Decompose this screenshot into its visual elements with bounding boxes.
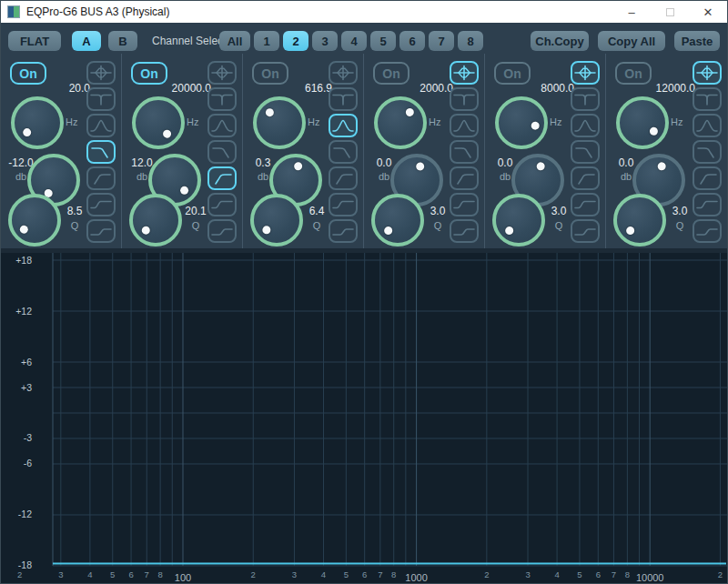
channel-all-button[interactable]: All xyxy=(219,31,250,51)
band-2-freq-knob[interactable] xyxy=(132,96,185,149)
band-5-filter-high-pass-button[interactable] xyxy=(571,166,600,190)
high-shelf-icon xyxy=(90,223,112,239)
maximize-button[interactable] xyxy=(651,1,689,23)
band-2-filter-high-pass-button[interactable] xyxy=(207,166,237,190)
channel-6-button[interactable]: 6 xyxy=(399,31,425,51)
low-shelf-icon xyxy=(90,196,112,213)
close-button[interactable]: ✕ xyxy=(689,1,727,23)
band-3-filter-band-pass-button[interactable] xyxy=(329,114,358,137)
band-5-q-knob[interactable] xyxy=(492,194,545,247)
band-1-filter-low-shelf-button[interactable] xyxy=(86,193,116,216)
band-4-filter-band-pass-button[interactable] xyxy=(450,114,479,137)
band-2-filter-notch-button[interactable] xyxy=(207,87,237,111)
band-4-filter-high-shelf-button[interactable] xyxy=(450,219,479,243)
band-2-q-knob[interactable] xyxy=(129,194,182,247)
toolbar: FLAT A B Channel Select: All12345678 Ch.… xyxy=(1,23,727,54)
band-2-filter-low-pass-button[interactable] xyxy=(207,140,237,164)
knob-indicator-dot xyxy=(179,185,191,196)
band-5-filter-low-pass-button[interactable] xyxy=(571,140,600,164)
band-4-freq-knob[interactable] xyxy=(374,96,427,149)
band-1-filter-bell-button[interactable] xyxy=(86,61,116,85)
knob-indicator-dot xyxy=(504,226,516,237)
knob-indicator-dot xyxy=(264,107,276,119)
knob-indicator-dot xyxy=(656,162,665,171)
eq-bands-panel: On20.0Hz-12.0db8.5QOn20000.0Hz12.0db20.1… xyxy=(1,54,727,248)
svg-text:6: 6 xyxy=(596,569,601,579)
band-4-filter-bell-button[interactable] xyxy=(450,61,479,85)
band-6-filter-low-pass-button[interactable] xyxy=(693,140,722,164)
response-plot: +18+12+6+3-3-6-12-1823456782345678234567… xyxy=(1,253,728,584)
band-2-filter-high-shelf-button[interactable] xyxy=(207,219,237,243)
band-1-filter-high-shelf-button[interactable] xyxy=(86,219,116,243)
channel-2-button[interactable]: 2 xyxy=(283,31,308,51)
band-4-filter-low-pass-button[interactable] xyxy=(450,140,479,164)
knob-indicator-dot xyxy=(383,226,395,237)
eq-band-3: On616.9Hz0.3db6.4Q xyxy=(243,54,364,248)
knob-indicator-dot xyxy=(162,128,174,140)
band-3-filter-notch-button[interactable] xyxy=(329,87,358,111)
band-2-filter-band-pass-button[interactable] xyxy=(207,114,237,137)
band-3-filter-high-shelf-button[interactable] xyxy=(329,219,358,243)
band-4-filter-type-column xyxy=(450,61,479,243)
band-1-filter-high-pass-button[interactable] xyxy=(86,166,116,190)
band-6-filter-bell-button[interactable] xyxy=(693,61,722,85)
eq-band-1: On20.0Hz-12.0db8.5Q xyxy=(1,54,122,248)
low-pass-icon xyxy=(574,144,596,160)
band-5-filter-low-shelf-button[interactable] xyxy=(571,193,600,216)
channel-5-button[interactable]: 5 xyxy=(370,31,396,51)
band-1-filter-notch-button[interactable] xyxy=(86,87,116,111)
band-3-filter-high-pass-button[interactable] xyxy=(329,166,358,190)
minimize-button[interactable]: – xyxy=(612,1,651,23)
band-3-filter-low-pass-button[interactable] xyxy=(329,140,358,164)
band-6-q-knob[interactable] xyxy=(613,194,666,247)
app-icon xyxy=(7,5,20,18)
band-3-q-knob[interactable] xyxy=(250,194,303,247)
band-6-filter-low-shelf-button[interactable] xyxy=(693,193,722,216)
low-pass-icon xyxy=(211,144,233,160)
band-4-filter-notch-button[interactable] xyxy=(450,87,479,111)
band-4-filter-high-pass-button[interactable] xyxy=(450,166,479,190)
band-4-filter-low-shelf-button[interactable] xyxy=(450,193,479,216)
band-1-q-knob[interactable] xyxy=(8,194,61,247)
band-1-filter-band-pass-button[interactable] xyxy=(86,114,116,137)
band-5-freq-knob[interactable] xyxy=(495,96,548,149)
band-6-filter-high-pass-button[interactable] xyxy=(693,166,722,190)
band-5-filter-band-pass-button[interactable] xyxy=(571,114,600,137)
band-6-freq-value: 12000.0 xyxy=(606,82,695,95)
svg-text:5: 5 xyxy=(344,569,349,579)
high-shelf-icon xyxy=(453,223,475,239)
memory-b-button[interactable]: B xyxy=(108,31,137,51)
memory-a-button[interactable]: A xyxy=(72,31,101,51)
channel-1-button[interactable]: 1 xyxy=(254,31,279,51)
band-4-q-knob[interactable] xyxy=(371,194,424,247)
low-shelf-icon xyxy=(574,196,596,213)
eq-band-6: On12000.0Hz0.0db3.0Q xyxy=(606,54,727,248)
band-5-filter-high-shelf-button[interactable] xyxy=(571,219,600,243)
channel-4-button[interactable]: 4 xyxy=(341,31,367,51)
copy-all-button[interactable]: Copy All xyxy=(598,31,665,51)
channel-7-button[interactable]: 7 xyxy=(429,31,454,51)
band-3-filter-bell-button[interactable] xyxy=(329,61,358,85)
band-2-filter-low-shelf-button[interactable] xyxy=(207,193,237,216)
channel-3-button[interactable]: 3 xyxy=(312,31,338,51)
band-6-filter-notch-button[interactable] xyxy=(693,87,722,111)
flat-button[interactable]: FLAT xyxy=(8,31,61,51)
band-3-freq-knob[interactable] xyxy=(253,96,306,149)
ch-copy-button[interactable]: Ch.Copy xyxy=(531,31,589,51)
svg-text:3: 3 xyxy=(58,569,63,579)
band-3-filter-low-shelf-button[interactable] xyxy=(329,193,358,216)
band-6-freq-knob[interactable] xyxy=(616,96,669,149)
band-6-filter-high-shelf-button[interactable] xyxy=(693,219,722,243)
band-1-filter-low-pass-button[interactable] xyxy=(86,140,116,164)
band-5-filter-bell-button[interactable] xyxy=(571,61,600,85)
high-shelf-icon xyxy=(574,223,596,239)
channel-8-button[interactable]: 8 xyxy=(458,31,483,51)
band-2-filter-bell-button[interactable] xyxy=(207,61,237,85)
band-6-filter-band-pass-button[interactable] xyxy=(693,114,722,137)
svg-text:-6: -6 xyxy=(24,458,32,468)
band-1-freq-value: 20.0 xyxy=(1,82,90,95)
band-1-freq-knob[interactable] xyxy=(11,96,64,149)
paste-button[interactable]: Paste xyxy=(674,31,720,51)
svg-text:+6: +6 xyxy=(21,357,32,368)
band-5-filter-notch-button[interactable] xyxy=(571,87,600,111)
